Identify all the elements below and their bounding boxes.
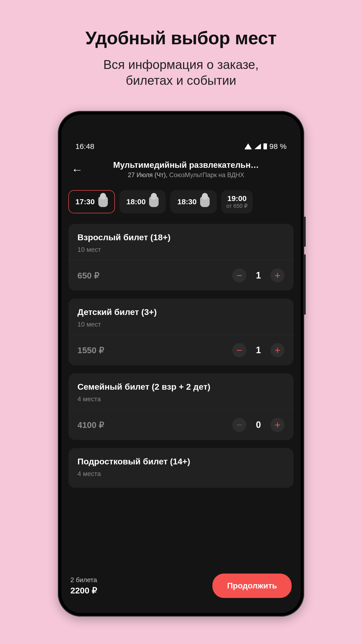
ticket-seats: 4 места: [77, 395, 285, 403]
decrement-button[interactable]: −: [232, 343, 246, 357]
quantity-stepper: − 1 +: [232, 268, 285, 283]
marketing-subtitle: Вся информация о заказе, билетах и событ…: [103, 57, 259, 88]
ticket-seats: 10 мест: [77, 246, 285, 254]
time-label: 18:30: [177, 197, 197, 206]
cart-count: 2 билета: [70, 576, 97, 584]
time-label: 17:30: [75, 197, 95, 206]
time-price-hint: от 650 ₽: [226, 203, 248, 209]
battery-percent: 98 %: [269, 142, 287, 151]
time-option-1800[interactable]: 18:00: [119, 190, 166, 213]
time-selector[interactable]: 17:30 18:00 18:30 19:00 от 650 ₽: [61, 185, 301, 224]
checkout-bar: 2 билета 2200 ₽ Продолжить: [61, 568, 301, 613]
quantity-value: 1: [254, 270, 263, 281]
marketing-sub-line2: билетах и событии: [126, 73, 236, 88]
time-label: 18:00: [126, 197, 146, 206]
decrement-button[interactable]: −: [232, 268, 246, 283]
ticket-price: 1550 ₽: [77, 345, 104, 355]
quantity-value: 0: [254, 420, 263, 430]
status-bar: 16:48 98 %: [61, 114, 301, 155]
pushkin-icon: [98, 196, 108, 207]
ticket-price: 4100 ₽: [77, 420, 104, 430]
back-button[interactable]: ←: [69, 163, 85, 176]
screen: 16:48 98 % ← Мультимедийный развлекатель…: [61, 114, 301, 613]
ticket-card-teen: Подростковый билет (14+) 4 места: [68, 448, 294, 488]
event-date: 27 Июля (Чт),: [128, 171, 167, 178]
ticket-title: Взрослый билет (18+): [77, 232, 285, 242]
wifi-icon: [244, 143, 252, 149]
increment-button[interactable]: +: [270, 343, 285, 357]
quantity-stepper: − 1 +: [232, 343, 285, 357]
ticket-title: Семейный билет (2 взр + 2 дет): [77, 382, 285, 392]
volume-rocker: [304, 254, 306, 315]
continue-button[interactable]: Продолжить: [212, 574, 292, 598]
ticket-list[interactable]: Взрослый билет (18+) 10 мест 650 ₽ − 1 +…: [61, 224, 301, 613]
ticket-price: 650 ₽: [77, 270, 100, 280]
time-option-1900[interactable]: 19:00 от 650 ₽: [221, 190, 253, 213]
side-button: [304, 217, 306, 247]
ticket-seats: 4 места: [77, 470, 285, 478]
status-time: 16:48: [75, 142, 94, 151]
page-header: ← Мультимедийный развлекательн… 27 Июля …: [61, 155, 301, 185]
signal-icon: [254, 144, 261, 149]
quantity-value: 1: [254, 345, 263, 355]
event-subtitle: 27 Июля (Чт), СоюзМультПарк на ВДНХ: [90, 171, 282, 179]
ticket-card-family: Семейный билет (2 взр + 2 дет) 4 места 4…: [68, 373, 294, 440]
increment-button[interactable]: +: [270, 418, 285, 432]
cart-total: 2200 ₽: [70, 585, 97, 595]
event-title: Мультимедийный развлекательн…: [90, 160, 282, 170]
ticket-seats: 10 мест: [77, 320, 285, 328]
pushkin-icon: [200, 196, 210, 207]
marketing-sub-line1: Вся информация о заказе,: [103, 58, 259, 72]
ticket-title: Подростковый билет (14+): [77, 457, 285, 466]
marketing-heading: Удобный выбор мест: [85, 28, 277, 48]
time-option-1830[interactable]: 18:30: [170, 190, 217, 213]
battery-icon: [263, 143, 267, 149]
pushkin-icon: [149, 196, 159, 207]
ticket-card-child: Детский билет (3+) 10 мест 1550 ₽ − 1 +: [68, 299, 294, 365]
increment-button[interactable]: +: [270, 268, 285, 283]
quantity-stepper: − 0 +: [232, 418, 285, 432]
decrement-button[interactable]: −: [232, 418, 246, 432]
event-venue: СоюзМультПарк на ВДНХ: [169, 171, 244, 178]
ticket-card-adult: Взрослый билет (18+) 10 мест 650 ₽ − 1 +: [68, 224, 294, 291]
time-label: 19:00: [227, 194, 247, 203]
phone-frame: 16:48 98 % ← Мультимедийный развлекатель…: [58, 111, 304, 617]
time-option-1730[interactable]: 17:30: [68, 190, 115, 213]
ticket-title: Детский билет (3+): [77, 307, 285, 317]
